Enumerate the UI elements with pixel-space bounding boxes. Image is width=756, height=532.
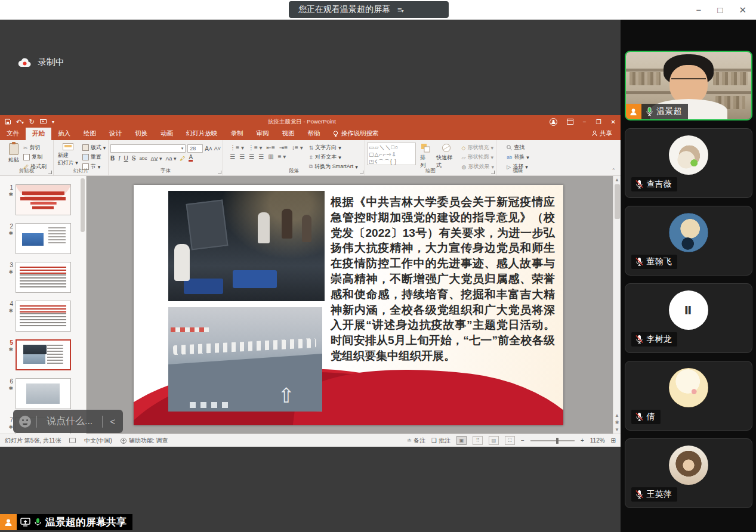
shape-outline-button[interactable]: ▱形状轮廓 ▾ — [462, 153, 494, 161]
increase-indent-button[interactable]: ⇥≡ — [279, 144, 288, 151]
decrease-indent-button[interactable]: ⇤≡ — [267, 144, 275, 151]
emoji-icon[interactable] — [19, 416, 31, 428]
canvas-scrollbar[interactable]: ▲ ▲ ✱ ▼ — [613, 176, 621, 434]
slide-thumbnail[interactable]: 3✱ — [4, 262, 86, 293]
participant-tile[interactable]: Ⅱ 李树龙 — [625, 283, 752, 353]
change-case-button[interactable]: Aa ▾ — [165, 156, 176, 162]
zoom-out-button[interactable]: − — [521, 437, 524, 444]
participant-tile[interactable]: 董翰飞 — [625, 206, 752, 276]
ribbon-tab[interactable]: 视图 — [276, 128, 301, 140]
share-button[interactable]: 共享 — [584, 128, 621, 140]
find-button[interactable]: 查找 — [507, 144, 529, 151]
account-icon[interactable] — [550, 118, 557, 126]
strikethrough-button[interactable]: S — [132, 155, 136, 162]
cut-button[interactable]: ✂剪切 — [23, 144, 47, 151]
justify-button[interactable]: ☰ — [258, 153, 264, 160]
thumbnail-scrollbar[interactable] — [81, 178, 85, 232]
ribbon-tab[interactable]: 文件 — [0, 128, 26, 140]
ribbon-options-icon[interactable] — [567, 119, 573, 125]
scrollbar-thumb[interactable] — [615, 184, 620, 219]
photo-hazmat-line-snow[interactable]: ⇧ — [168, 307, 322, 412]
zoom-slider-thumb[interactable] — [556, 438, 558, 444]
reading-view-button[interactable]: ▤ — [489, 436, 499, 445]
ribbon-tab[interactable]: 录制 — [224, 128, 250, 140]
grow-font-button[interactable]: A˄ — [205, 144, 212, 153]
current-slide[interactable]: ⇧ 根据《中共吉林大学委员会关于新冠疫情应急管控时期加强党的建设的指导意见》（校… — [134, 185, 563, 425]
participant-video-main[interactable]: 温景超 — [625, 51, 752, 120]
ribbon-tab[interactable]: 幻灯片放映 — [180, 128, 224, 140]
arrange-button[interactable]: 排列 — [418, 143, 432, 168]
notes-button[interactable]: ≐备注 — [407, 437, 425, 445]
accessibility-status[interactable]: 辅助功能: 调查 — [121, 437, 168, 445]
slide-thumbnail[interactable]: 6✱ — [4, 378, 86, 409]
zoom-slider[interactable] — [530, 440, 575, 441]
ribbon-tab[interactable]: 帮助 — [301, 128, 327, 140]
align-text-button[interactable]: ⇳对齐文本 ▾ — [309, 153, 358, 161]
comments-button[interactable]: ❑批注 — [431, 437, 450, 445]
new-slide-button[interactable]: 新建幻灯片 ▾ — [56, 143, 80, 168]
chat-collapse-button[interactable]: < — [108, 416, 117, 426]
slide-sorter-view-button[interactable]: ⠿ — [473, 436, 483, 445]
zoom-in-button[interactable]: + — [581, 437, 584, 444]
underline-button[interactable]: U — [124, 155, 128, 162]
bullets-button[interactable]: ⋮≡ ▾ — [230, 144, 244, 151]
layout-button[interactable]: 版式 ▾ — [82, 144, 106, 151]
ribbon-tab[interactable]: 动画 — [154, 128, 180, 140]
next-slide-button[interactable]: ▼ — [615, 427, 619, 432]
quick-styles-button[interactable]: 快速样式 — [434, 143, 458, 168]
align-right-button[interactable]: ☰ — [249, 153, 254, 160]
ribbon-tab[interactable]: 审阅 — [250, 128, 276, 140]
previous-slide-button[interactable]: ▲ — [615, 413, 619, 418]
ribbon-tab[interactable]: 插入 — [51, 128, 77, 140]
italic-button[interactable]: I — [118, 155, 120, 162]
ribbon-tab[interactable]: 绘图 — [77, 128, 103, 140]
text-direction-button[interactable]: ⇅文字方向 ▾ — [309, 144, 358, 151]
tell-me-search[interactable]: 操作说明搜索 — [327, 128, 385, 140]
chat-input[interactable]: 说点什么... < — [13, 410, 123, 433]
font-dialog-launcher[interactable] — [218, 171, 221, 174]
fit-slide-icon[interactable]: ⊞ — [611, 437, 616, 444]
shrink-font-button[interactable]: A˅ — [214, 144, 221, 153]
highlight-button[interactable]: 🖍 — [180, 156, 185, 162]
shapes-gallery[interactable]: ▭▱＼＼□○ ▢△⌐⌐⇨⇩ ◳☇⌒⌒{ } — [367, 143, 416, 165]
font-name-box[interactable]: ▾ — [110, 144, 186, 153]
normal-view-button[interactable]: ▣ — [456, 436, 467, 445]
ppt-restore-icon[interactable]: ❐ — [596, 119, 601, 125]
slide-body-text[interactable]: 根据《中共吉林大学委员会关于新冠疫情应急管控时期加强党的建设的指导意见》（校党发… — [331, 194, 555, 364]
slide-thumbnail[interactable]: 5✱ — [4, 339, 86, 370]
slide-thumbnail[interactable]: 2✱ — [4, 223, 86, 254]
align-left-button[interactable]: ☰ — [230, 153, 235, 160]
maximize-button[interactable]: □ — [717, 5, 723, 14]
more-paragraph-button[interactable]: ≡ ▾ — [278, 153, 286, 160]
ribbon-tab[interactable]: 开始 — [26, 128, 51, 140]
paste-button[interactable]: 粘贴 — [7, 143, 21, 168]
chat-placeholder[interactable]: 说点什么... — [42, 415, 97, 428]
font-size-box[interactable]: 28 — [187, 144, 203, 153]
reset-button[interactable]: 重置 — [82, 153, 106, 161]
close-button[interactable]: ✕ — [739, 5, 746, 14]
ppt-close-icon[interactable]: ✕ — [611, 119, 616, 125]
save-icon[interactable] — [5, 119, 11, 125]
align-center-button[interactable]: ☰ — [239, 153, 245, 160]
shadow-button[interactable]: abc — [139, 156, 147, 161]
columns-button[interactable]: ▥ — [268, 153, 273, 160]
ribbon-tab[interactable]: 切换 — [128, 128, 154, 140]
slideshow-view-button[interactable]: ⛶ — [505, 436, 515, 445]
slide-thumbnail[interactable]: 1✱ — [4, 184, 86, 215]
shape-fill-button[interactable]: ◇形状填充 ▾ — [462, 144, 494, 151]
banner-menu-icon[interactable]: ≡▾ — [397, 5, 403, 14]
ppt-minimize-icon[interactable]: − — [583, 119, 587, 125]
numbering-button[interactable]: ⋮≡ ▾ — [248, 144, 263, 151]
font-color-button[interactable]: A — [189, 155, 193, 162]
photo-volunteers-night[interactable] — [168, 191, 325, 301]
line-spacing-button[interactable]: ↕≡ ▾ — [292, 144, 303, 151]
bold-button[interactable]: B — [110, 155, 115, 162]
clipboard-dialog-launcher[interactable] — [48, 171, 52, 174]
zoom-level[interactable]: 112% — [590, 437, 605, 444]
participant-tile[interactable]: 王英萍 — [625, 438, 752, 508]
slideshow-icon[interactable] — [40, 119, 47, 125]
participant-tile[interactable]: 倩 — [625, 361, 752, 431]
language-status[interactable]: 中文(中国) — [84, 437, 112, 445]
display-settings-icon[interactable] — [69, 438, 76, 443]
copy-button[interactable]: 复制 — [23, 153, 47, 161]
